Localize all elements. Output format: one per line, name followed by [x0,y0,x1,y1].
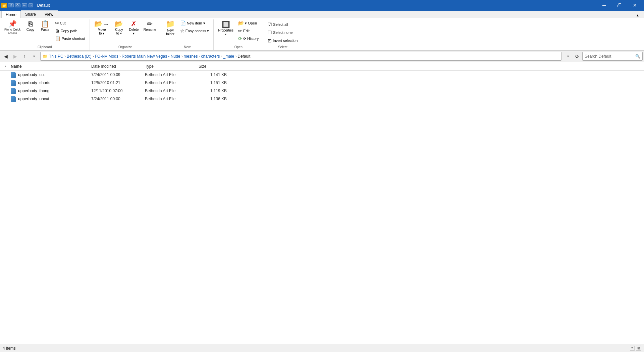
tab-share[interactable]: Share [21,10,40,18]
file-size: 1,119 KB [199,89,232,93]
clipboard-label: Clipboard [3,44,87,50]
breadcrumb-bar: 📁 This PC › Bethesda (D:) › FO-NV Mods ›… [40,52,561,61]
paste-icon: 📋 [41,20,49,27]
select-none-button[interactable]: ☐ Select none [266,29,299,36]
file-date: 7/24/2011 00:09 [91,72,145,77]
large-icons-view-btn[interactable]: ⊞ [636,346,641,351]
breadcrumb-default: Default [237,54,250,59]
back-button[interactable]: ◀ [1,52,10,61]
col-header-date[interactable]: Date modified [89,63,142,70]
quick-access-btn-3[interactable]: ✂ [22,3,27,7]
pin-to-quick-access-button[interactable]: 📌 Pin to Quickaccess [3,19,22,36]
file-size: 1,141 KB [199,72,232,77]
copy-path-button[interactable]: 🗎 Copy path [53,27,87,35]
up-button[interactable]: ↑ [20,52,29,61]
open-button[interactable]: 📂 ▾ Open [236,19,260,27]
breadcrumb-fonv-mods[interactable]: FO-NV Mods [95,54,118,59]
quick-access-btn-4[interactable]: ⌂ [29,3,33,7]
copy-button[interactable]: ⎘ Copy [24,19,37,33]
new-item-button[interactable]: 📄 New item ▾ [178,19,211,27]
new-label: New [164,44,211,50]
breadcrumb-sep-1: › [64,54,66,59]
breadcrumb-meshes[interactable]: meshes [184,54,198,59]
search-box[interactable]: 🔍 [582,52,643,61]
edit-icon: ✏ [238,28,242,34]
file-icon [11,96,16,102]
breadcrumb-dropdown-btn[interactable]: ▾ [564,52,572,61]
nav-bar: ◀ ▶ ↑ ▾ 📁 This PC › Bethesda (D:) › FO-N… [0,51,644,62]
file-type: Bethesda Art File [145,72,199,77]
ribbon-collapse-btn[interactable]: ▲ [634,13,641,18]
clipboard-small-buttons: ✂ Cut 🗎 Copy path 📋 Paste shortcut [53,19,87,42]
move-to-label: Moveto ▾ [98,28,106,35]
cut-button[interactable]: ✂ Cut [53,19,87,27]
table-row[interactable]: upperbody_uncut 7/24/2011 00:00 Bethesda… [0,95,644,103]
rename-label: Rename [144,28,156,32]
history-button[interactable]: ⟳ ⟳ History [236,35,260,42]
breadcrumb-home-icon[interactable]: 📁 [43,54,48,59]
invert-selection-button[interactable]: ⊡ Invert selection [266,37,299,44]
select-all-label: Select all [273,22,288,26]
new-folder-button[interactable]: 📁 Newfolder [164,19,177,37]
breadcrumb-this-pc[interactable]: This PC [49,54,63,59]
quick-access-btn-1[interactable]: 🖫 [8,3,14,7]
easy-access-icon: ☆ [180,28,184,34]
open-small-buttons: 📂 ▾ Open ✏ Edit ⟳ ⟳ History [236,19,260,42]
copy-icon: ⎘ [29,20,33,27]
breadcrumb-sep-4: › [181,54,183,59]
properties-icon: 🔲 [222,20,230,28]
details-view-btn[interactable]: ≡ [630,346,635,351]
nav-right: ▾ ⟳ 🔍 [564,52,643,61]
easy-access-button[interactable]: ☆ Easy access ▾ [178,27,211,35]
refresh-btn[interactable]: ⟳ [573,52,582,61]
minimize-button[interactable]: ─ [596,0,612,11]
copy-to-button[interactable]: 📂 Copyto ▾ [112,19,126,36]
file-date: 7/24/2011 00:00 [91,97,145,101]
ribbon-tab-bar: Home Share View ▲ [0,11,644,18]
history-icon: ⟳ [238,36,242,41]
tab-home[interactable]: Home [1,11,21,18]
rename-icon: ✏ [147,20,153,27]
open-label: Open [216,44,260,50]
paste-button[interactable]: 📋 Paste [39,19,52,33]
quick-access-btn-2[interactable]: ⟳ [15,3,20,7]
new-item-label: New item ▾ [187,21,205,25]
col-header-type[interactable]: Type [142,63,196,70]
window-controls: ─ 🗗 ✕ [596,0,643,11]
restore-button[interactable]: 🗗 [612,0,627,11]
file-size: 1,151 KB [199,80,232,85]
file-name: upperbody_thong [18,89,49,93]
organize-label: Organize [93,44,158,50]
table-row[interactable]: upperbody_cut 7/24/2011 00:09 Bethesda A… [0,71,644,79]
breadcrumb-sep-3: › [119,54,121,59]
new-group-content: 📁 Newfolder 📄 New item ▾ ☆ Easy access ▾ [164,19,211,44]
search-input[interactable] [585,54,635,59]
breadcrumb-roberts[interactable]: Roberts Main New Vegas - Nude [122,54,180,59]
paste-shortcut-button[interactable]: 📋 Paste shortcut [53,35,87,42]
move-to-button[interactable]: 📂→ Moveto ▾ [93,19,111,36]
close-button[interactable]: ✕ [627,0,643,11]
copy-path-icon: 🗎 [55,28,60,34]
col-header-size[interactable]: Size [196,63,229,70]
breadcrumb-bethesda[interactable]: Bethesda (D:) [67,54,92,59]
select-all-button[interactable]: ☑ Select all [266,21,299,28]
breadcrumb-sep-6: › [221,54,222,59]
rename-button[interactable]: ✏ Rename [142,19,158,33]
table-row[interactable]: upperbody_thong 12/11/2010 07:00 Bethesd… [0,87,644,95]
breadcrumb-male[interactable]: _male [223,54,234,59]
properties-button[interactable]: 🔲 Properties▾ [216,19,235,37]
forward-button[interactable]: ▶ [11,52,19,61]
edit-button[interactable]: ✏ Edit [236,27,260,35]
recent-locations-button[interactable]: ▾ [30,52,38,61]
delete-label: Delete▾ [129,28,139,35]
new-group: 📁 Newfolder 📄 New item ▾ ☆ Easy access ▾… [161,19,214,50]
delete-button[interactable]: ✗ Delete▾ [127,19,141,36]
tab-view[interactable]: View [40,10,58,18]
ribbon: 📌 Pin to Quickaccess ⎘ Copy 📋 Paste ✂ Cu… [0,18,644,51]
breadcrumb-characters[interactable]: characters [201,54,220,59]
table-row[interactable]: upperbody_shorts 12/5/2010 01:21 Bethesd… [0,79,644,87]
status-bar: 4 items ≡ ⊞ [0,344,644,352]
col-header-name[interactable]: Name [8,63,89,70]
breadcrumb-sep-5: › [199,54,200,59]
organize-group: 📂→ Moveto ▾ 📂 Copyto ▾ ✗ Delete▾ ✏ Renam… [90,19,161,50]
